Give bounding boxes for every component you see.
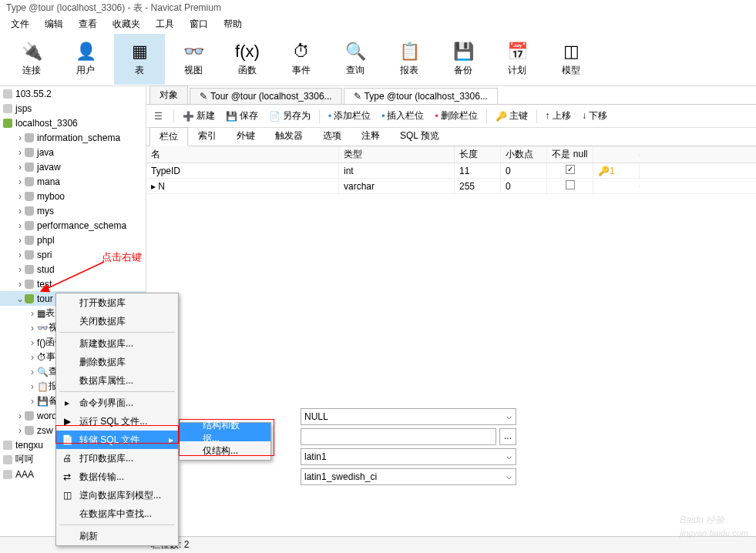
- toolbar-btn-主键[interactable]: 🔑主键: [491, 107, 533, 125]
- tree-item[interactable]: ›performance_schema: [0, 218, 146, 233]
- tool-计划[interactable]: 📅计划: [492, 34, 543, 85]
- subtab-触发器[interactable]: 触发器: [265, 126, 313, 146]
- toolbar-btn-另存为[interactable]: 📄另存为: [264, 107, 315, 125]
- menu-窗口[interactable]: 窗口: [182, 16, 216, 32]
- tool-事件[interactable]: ⏱事件: [276, 34, 327, 85]
- 计划-icon: 📅: [505, 41, 529, 62]
- subtab-注释[interactable]: 注释: [351, 126, 390, 146]
- table-toolbar: ☰➕新建💾保存📄另存为•添加栏位•插入栏位•删除栏位🔑主键↑ 上移↓ 下移: [146, 105, 756, 128]
- btn-icon: 📄: [269, 111, 281, 122]
- subtab-选项[interactable]: 选项: [313, 126, 351, 146]
- browse-button[interactable]: ...: [499, 428, 516, 445]
- ctx-icon: ▸: [61, 397, 73, 408]
- submenu-arrow-icon: ▸: [169, 434, 173, 445]
- title-bar: Type @tour (localhost_3306) - 表 - Navica…: [0, 0, 756, 15]
- col-header[interactable]: 小数点: [501, 146, 547, 163]
- ctx-submenu-item[interactable]: 结构和数据...: [180, 423, 270, 441]
- menu-帮助[interactable]: 帮助: [216, 16, 250, 32]
- tree-item[interactable]: 103.55.2: [0, 86, 146, 101]
- tab-icon: ✎: [200, 91, 207, 102]
- ctx-item[interactable]: 数据库属性...: [56, 371, 178, 390]
- toolbar-btn-↓ 下移[interactable]: ↓ 下移: [577, 107, 612, 125]
- ctx-item[interactable]: ▶运行 SQL 文件...: [56, 412, 178, 431]
- notnull-checkbox[interactable]: [566, 165, 575, 174]
- tree-item[interactable]: ›mana: [0, 174, 146, 189]
- tree-item[interactable]: ›javaw: [0, 159, 146, 174]
- toolbar-btn-添加栏位[interactable]: •添加栏位: [324, 107, 375, 125]
- col-header[interactable]: 不是 null: [547, 146, 593, 163]
- 事件-icon: ⏱: [289, 41, 314, 62]
- menu-工具[interactable]: 工具: [148, 16, 182, 32]
- tree-item[interactable]: ›phpl: [0, 233, 146, 247]
- tree-item[interactable]: ›java: [0, 145, 146, 159]
- tab[interactable]: 对象: [150, 85, 188, 104]
- tree-item[interactable]: ›myboo: [0, 189, 146, 203]
- btn-icon: •: [381, 111, 385, 122]
- toolbar-btn-新建[interactable]: ➕新建: [178, 107, 220, 125]
- table-row[interactable]: ▸ Nvarchar2550: [146, 179, 756, 194]
- toolbar-btn-保存[interactable]: 💾保存: [221, 107, 263, 125]
- tool-用户[interactable]: 👤用户: [60, 34, 111, 85]
- ctx-item[interactable]: 刷新: [56, 527, 178, 545]
- charset-select[interactable]: [301, 448, 516, 465]
- collation-select[interactable]: [301, 468, 516, 485]
- property-input[interactable]: [301, 428, 496, 445]
- tab-icon: ✎: [354, 91, 361, 102]
- btn-icon: •: [328, 111, 331, 122]
- ctx-item[interactable]: 🖨打印数据库...: [56, 449, 178, 468]
- toolbar-btn-删除栏位[interactable]: •删除栏位: [430, 107, 482, 125]
- ctx-item[interactable]: 在数据库中查找...: [56, 504, 178, 523]
- btn-icon: 🔑: [496, 111, 507, 122]
- ctx-icon: 🖨: [61, 453, 73, 464]
- tree-item[interactable]: localhost_3306: [0, 116, 146, 130]
- 表-icon: ▦: [127, 41, 152, 62]
- field-properties: ...: [301, 408, 516, 488]
- tree-item[interactable]: ›mys: [0, 203, 146, 218]
- menu-收藏夹[interactable]: 收藏夹: [105, 16, 148, 32]
- ctx-item[interactable]: ◫逆向数据库到模型...: [56, 486, 178, 504]
- tool-表[interactable]: ▦表: [114, 34, 165, 85]
- tab[interactable]: ✎Tour @tour (localhost_3306...: [190, 88, 342, 104]
- menu-编辑[interactable]: 编辑: [37, 16, 71, 32]
- 报表-icon: 📋: [397, 41, 422, 62]
- col-header[interactable]: 长度: [455, 146, 501, 163]
- ctx-item[interactable]: 新建数据库...: [56, 334, 178, 353]
- tab[interactable]: ✎Type @tour (localhost_3306...: [344, 88, 498, 104]
- col-header[interactable]: [593, 153, 640, 156]
- ctx-item[interactable]: 打开数据库: [56, 293, 178, 312]
- context-menu[interactable]: 打开数据库关闭数据库新建数据库...删除数据库数据库属性...▸命令列界面...…: [55, 293, 179, 546]
- toolbar-btn-插入栏位[interactable]: •插入栏位: [377, 107, 428, 125]
- menu-文件[interactable]: 文件: [3, 16, 37, 32]
- subtab-栏位[interactable]: 栏位: [150, 127, 188, 146]
- toolbar-btn-0[interactable]: ☰: [150, 109, 170, 124]
- tool-函数[interactable]: f(x)函数: [222, 34, 273, 85]
- menu-bar: 文件编辑查看收藏夹工具窗口帮助: [0, 15, 756, 32]
- default-value-select[interactable]: [301, 408, 516, 425]
- toolbar-btn-↑ 上移[interactable]: ↑ 上移: [541, 107, 576, 125]
- tool-备份[interactable]: 💾备份: [438, 34, 489, 85]
- ctx-icon: 📄: [61, 434, 73, 445]
- col-header[interactable]: 名: [146, 146, 339, 163]
- ctx-item[interactable]: 删除数据库: [56, 353, 178, 371]
- menu-查看[interactable]: 查看: [71, 16, 105, 32]
- tool-连接[interactable]: 🔌连接: [6, 34, 57, 85]
- tree-item[interactable]: ›information_schema: [0, 130, 146, 145]
- ctx-item[interactable]: ⇄数据传输...: [56, 468, 178, 486]
- col-header[interactable]: 类型: [339, 146, 455, 163]
- subtab-外键[interactable]: 外键: [227, 126, 265, 146]
- subtab-索引[interactable]: 索引: [188, 126, 227, 146]
- ctx-item[interactable]: 关闭数据库: [56, 312, 178, 330]
- ctx-icon: ◫: [61, 490, 73, 501]
- tool-视图[interactable]: 👓视图: [168, 34, 219, 85]
- subtab-SQL 预览[interactable]: SQL 预览: [390, 126, 449, 146]
- ctx-item[interactable]: 📄转储 SQL 文件▸: [56, 431, 178, 449]
- tool-查询[interactable]: 🔍查询: [330, 34, 381, 85]
- tool-模型[interactable]: ◫模型: [546, 34, 596, 85]
- tool-报表[interactable]: 📋报表: [384, 34, 435, 85]
- tree-item[interactable]: jsps: [0, 101, 146, 116]
- table-row[interactable]: TypeIDint110🔑1: [146, 163, 756, 179]
- ctx-submenu-item[interactable]: 仅结构...: [180, 441, 270, 460]
- notnull-checkbox[interactable]: [566, 180, 575, 189]
- context-submenu[interactable]: 结构和数据...仅结构...: [179, 422, 271, 461]
- ctx-item[interactable]: ▸命令列界面...: [56, 394, 178, 412]
